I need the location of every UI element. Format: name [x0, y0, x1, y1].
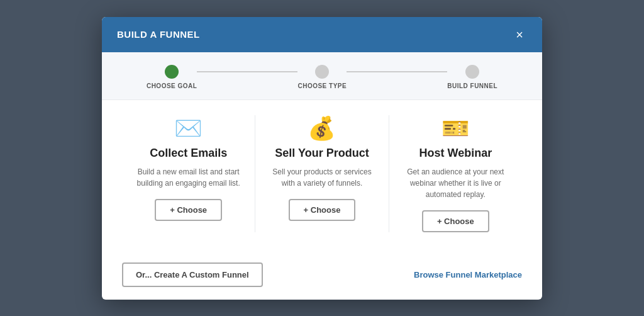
step-group: CHOOSE GOAL CHOOSE TYPE BUILD FUNNEL: [147, 65, 497, 89]
option-collect-emails: ✉️ Collect Emails Build a new email list…: [122, 115, 255, 232]
browse-marketplace-link[interactable]: Browse Funnel Marketplace: [414, 270, 522, 279]
sell-product-desc: Sell your products or services with a va…: [268, 166, 375, 189]
modal: BUILD A FUNNEL × CHOOSE GOAL CHOOSE TYPE…: [102, 17, 542, 300]
modal-footer: Or... Create A Custom Funnel Browse Funn…: [102, 262, 542, 300]
step-line-0: [197, 71, 297, 72]
modal-body: ✉️ Collect Emails Build a new email list…: [102, 100, 542, 262]
collect-emails-title: Collect Emails: [150, 147, 227, 160]
step-dot-2: [465, 65, 479, 79]
step-item-0: CHOOSE GOAL: [147, 65, 197, 89]
option-host-webinar: 🎫 Host Webinar Get an audience at your n…: [389, 115, 522, 232]
host-webinar-title: Host Webinar: [419, 147, 492, 160]
steps-bar: CHOOSE GOAL CHOOSE TYPE BUILD FUNNEL: [102, 52, 542, 100]
options-row: ✉️ Collect Emails Build a new email list…: [122, 115, 522, 232]
step-label-1: CHOOSE TYPE: [297, 82, 347, 89]
collect-emails-choose-button[interactable]: + Choose: [155, 199, 222, 221]
sell-product-title: Sell Your Product: [275, 147, 369, 160]
step-line-1: [347, 71, 447, 72]
step-item-1: CHOOSE TYPE: [297, 65, 347, 89]
close-button[interactable]: ×: [512, 27, 527, 42]
step-label-2: BUILD FUNNEL: [447, 82, 497, 89]
step-label-0: CHOOSE GOAL: [147, 82, 197, 89]
step-item-2: BUILD FUNNEL: [447, 65, 497, 89]
host-webinar-icon: 🎫: [441, 115, 470, 142]
sell-product-choose-button[interactable]: + Choose: [289, 199, 356, 221]
collect-emails-desc: Build a new email list and start buildin…: [135, 166, 242, 189]
modal-header: BUILD A FUNNEL ×: [102, 17, 542, 52]
step-dot-1: [315, 65, 329, 79]
collect-emails-icon: ✉️: [174, 115, 203, 142]
host-webinar-desc: Get an audience at your next webinar whe…: [402, 166, 509, 200]
modal-title: BUILD A FUNNEL: [117, 29, 200, 40]
custom-funnel-button[interactable]: Or... Create A Custom Funnel: [122, 262, 263, 287]
step-dot-0: [165, 65, 179, 79]
host-webinar-choose-button[interactable]: + Choose: [422, 210, 489, 232]
sell-product-icon: 💰: [308, 115, 336, 142]
option-sell-product: 💰 Sell Your Product Sell your products o…: [255, 115, 389, 232]
